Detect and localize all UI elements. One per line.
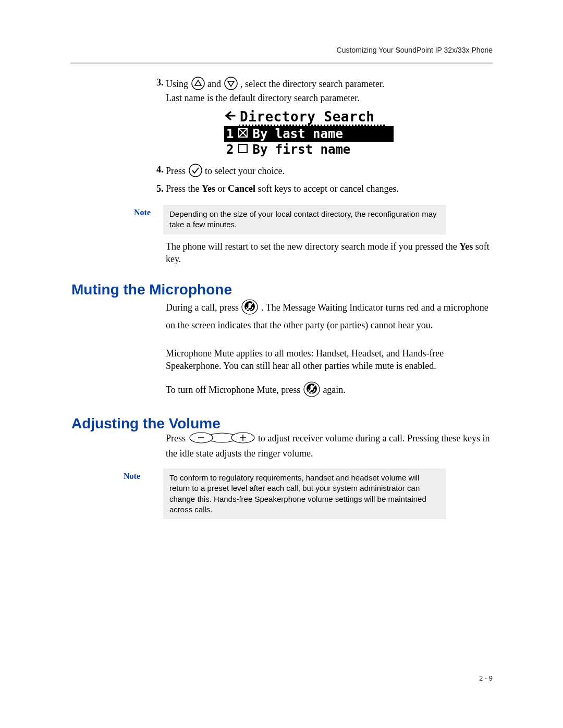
lcd-row-1-num: 1: [226, 127, 234, 141]
step-3-number: 3.: [156, 76, 164, 89]
header-rule: [70, 63, 493, 64]
muting-p3-pre: To turn off Microphone Mute, press: [166, 385, 303, 395]
svg-point-6: [189, 164, 202, 177]
muting-p3-post: again.: [323, 385, 345, 395]
step-3-text-post: , select the directory search parameter.: [240, 79, 384, 89]
step-4-number: 4.: [156, 163, 164, 176]
lcd-row-2-num: 2: [226, 142, 234, 157]
checkbox-checked-icon: [238, 127, 248, 141]
heading-muting-microphone: Muting the Microphone: [71, 281, 232, 298]
muting-p2: Microphone Mute applies to all modes: Ha…: [166, 347, 492, 373]
check-key-icon: [188, 163, 203, 181]
muting-p1-pre: During a call, press: [166, 302, 241, 313]
step-4-post: to select your choice.: [205, 166, 285, 176]
lcd-title: Directory Search: [240, 109, 374, 125]
restart-yes: Yes: [459, 241, 473, 252]
step-4-pre: Press: [166, 166, 188, 176]
restart-line1: The phone will restart to set the new di…: [166, 241, 459, 252]
back-arrow-icon: [224, 109, 236, 125]
step-5-yes: Yes: [202, 183, 215, 194]
lcd-row-2: 2 By first name: [224, 142, 394, 157]
note-2-label: Note: [124, 472, 140, 481]
note-2-box: To conform to regulatory requirements, h…: [163, 468, 446, 519]
running-header: Customizing Your SoundPoint IP 32x/33x P…: [337, 46, 493, 54]
mute-key-icon: [303, 380, 321, 401]
svg-point-0: [192, 77, 204, 90]
lcd-row-2-text: By first name: [252, 142, 350, 157]
note-1-box: Depending on the size of your local cont…: [163, 205, 446, 235]
note-1-label: Note: [134, 208, 151, 217]
step-5-or: or: [215, 183, 228, 194]
step-5-pre: Press the: [166, 183, 202, 194]
lcd-row-1: 1 By last name: [224, 126, 394, 142]
step-3-text-mid: and: [207, 79, 224, 89]
mute-key-icon: [241, 298, 259, 319]
step-3-text-pre: Using: [166, 79, 191, 89]
volume-rocker-icon: [188, 431, 256, 447]
step-3-line2: Last name is the default directory searc…: [166, 92, 492, 104]
step-5-post: soft keys to accept or cancel changes.: [255, 183, 399, 194]
step-5-cancel: Cancel: [228, 183, 255, 194]
phone-screen-directory-search: Directory Search 1 By last name 2 By fir…: [224, 109, 394, 157]
svg-point-1: [225, 77, 237, 90]
page-number: 2 - 9: [479, 674, 493, 682]
step-5-number: 5.: [156, 182, 164, 195]
checkbox-empty-icon: [238, 142, 248, 157]
lcd-row-1-text: By last name: [252, 127, 342, 141]
volume-pre: Press: [166, 433, 188, 443]
svg-rect-5: [239, 144, 247, 153]
heading-adjusting-volume: Adjusting the Volume: [71, 415, 221, 432]
